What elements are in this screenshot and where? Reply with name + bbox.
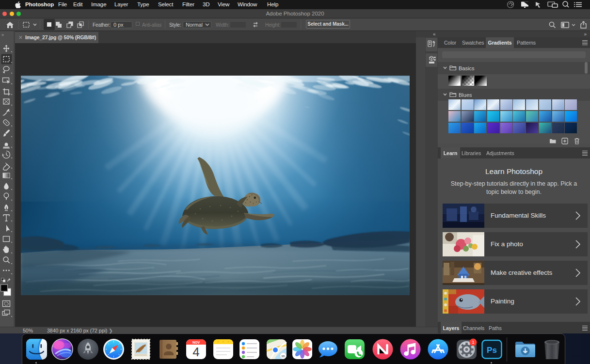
svg-text:Ps: Ps — [487, 346, 497, 355]
svg-text:4: 4 — [192, 345, 199, 359]
svg-text:»: » — [1, 32, 4, 37]
svg-text:1: 1 — [472, 340, 474, 345]
svg-text:NOV: NOV — [192, 341, 200, 344]
svg-text:3D: 3D — [281, 355, 285, 358]
